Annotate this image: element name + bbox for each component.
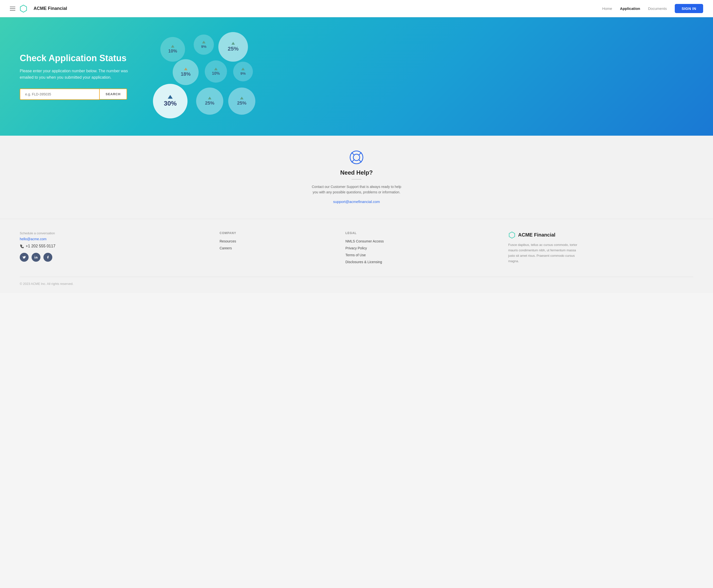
bubble-value: 25% bbox=[205, 100, 214, 106]
svg-line-4 bbox=[359, 152, 361, 155]
hero-title: Check Application Status bbox=[20, 53, 148, 63]
footer-legal-title: LEGAL bbox=[345, 231, 494, 235]
bubble-value: 25% bbox=[237, 100, 247, 106]
bubble-10-2: 10% bbox=[205, 60, 227, 83]
footer-link-nmls[interactable]: NMLS Consumer Access bbox=[345, 239, 494, 243]
footer-schedule-label: Schedule a conversation bbox=[20, 231, 205, 235]
footer-company-title: COMPANY bbox=[219, 231, 331, 235]
hero-description: Please enter your application number bel… bbox=[20, 68, 133, 80]
nav-documents[interactable]: Documents bbox=[648, 6, 667, 10]
search-input[interactable] bbox=[20, 89, 99, 99]
footer-bottom: © 2023 ACME Inc. All rights reserved. bbox=[20, 277, 693, 286]
footer-link-terms[interactable]: Terms of Use bbox=[345, 253, 494, 257]
search-row: SEARCH bbox=[20, 88, 148, 100]
hero-section: Check Application Status Please enter yo… bbox=[0, 17, 713, 136]
footer-company-col: COMPANY Resources Careers bbox=[219, 231, 331, 267]
bubble-value: 10% bbox=[168, 48, 177, 54]
bubble-25-2: 25% bbox=[196, 88, 223, 115]
footer: Schedule a conversation hello@acme.com +… bbox=[0, 219, 713, 293]
bubble-value: 9% bbox=[201, 44, 207, 48]
bubble-9-2: 9% bbox=[233, 62, 253, 81]
linkedin-icon[interactable] bbox=[32, 253, 40, 262]
hamburger-menu[interactable] bbox=[10, 7, 15, 10]
arrow-up-icon bbox=[168, 95, 173, 99]
footer-top: Schedule a conversation hello@acme.com +… bbox=[20, 231, 693, 267]
bubble-30: 30% bbox=[153, 84, 188, 119]
footer-link-disclosures[interactable]: Disclosures & Licensing bbox=[345, 260, 494, 264]
arrow-up-icon bbox=[240, 97, 244, 99]
help-description: Contact our Customer Support that is alw… bbox=[310, 184, 403, 195]
navbar: ACME Financial Home Application Document… bbox=[0, 0, 713, 17]
footer-link-resources[interactable]: Resources bbox=[219, 239, 331, 243]
facebook-icon[interactable] bbox=[43, 253, 52, 262]
svg-line-3 bbox=[352, 152, 354, 155]
bubble-value: 30% bbox=[164, 100, 177, 107]
bubble-25-1: 25% bbox=[218, 32, 248, 62]
footer-contact-email[interactable]: hello@acme.com bbox=[20, 237, 205, 241]
arrow-up-icon bbox=[214, 68, 217, 70]
arrow-up-icon bbox=[241, 68, 245, 70]
brand-name: ACME Financial bbox=[34, 6, 67, 11]
svg-line-6 bbox=[359, 160, 361, 162]
help-divider bbox=[352, 179, 361, 180]
phone-icon bbox=[20, 244, 24, 248]
bubble-10-1: 10% bbox=[160, 37, 185, 62]
signin-button[interactable]: SIGN IN bbox=[675, 4, 703, 13]
bubble-value: 10% bbox=[212, 71, 220, 76]
hero-bubbles: 10% 9% 25% 18% 10% 9% 30% 25% bbox=[148, 32, 693, 121]
svg-point-7 bbox=[35, 256, 35, 256]
help-title: Need Help? bbox=[10, 169, 703, 176]
bubble-value: 9% bbox=[240, 71, 246, 76]
footer-logo-icon bbox=[508, 231, 516, 239]
footer-brand: ACME Financial bbox=[508, 231, 693, 239]
footer-legal-col: LEGAL NMLS Consumer Access Privacy Polic… bbox=[345, 231, 494, 267]
bubble-value: 25% bbox=[228, 46, 238, 52]
arrow-up-icon bbox=[171, 45, 174, 48]
logo-icon bbox=[19, 4, 28, 13]
lifebuoy-icon bbox=[350, 150, 363, 164]
svg-line-5 bbox=[352, 160, 354, 162]
footer-phone: +1 202 555 0117 bbox=[20, 244, 205, 248]
arrow-up-icon bbox=[184, 68, 188, 70]
navbar-left: ACME Financial bbox=[10, 4, 67, 13]
bubble-value: 18% bbox=[181, 71, 190, 77]
footer-brand-col: ACME Financial Fusce dapibus, tellus ac … bbox=[508, 231, 693, 267]
footer-brand-name: ACME Financial bbox=[518, 232, 555, 238]
arrow-up-icon bbox=[231, 42, 235, 45]
copyright-text: © 2023 ACME Inc. All rights reserved. bbox=[20, 282, 74, 286]
bubble-25-3: 25% bbox=[228, 88, 255, 115]
footer-brand-desc: Fusce dapibus, tellus ac cursus commodo,… bbox=[508, 242, 577, 264]
twitter-icon[interactable] bbox=[20, 253, 28, 262]
bubble-18: 18% bbox=[173, 59, 198, 85]
help-section: Need Help? Contact our Customer Support … bbox=[0, 136, 713, 219]
navbar-right: Home Application Documents SIGN IN bbox=[602, 4, 703, 13]
footer-link-privacy[interactable]: Privacy Policy bbox=[345, 246, 494, 250]
help-email-link[interactable]: support@acmefinancial.com bbox=[333, 200, 380, 204]
search-input-wrap bbox=[20, 88, 100, 100]
arrow-up-icon bbox=[202, 41, 206, 43]
footer-link-careers[interactable]: Careers bbox=[219, 246, 331, 250]
hero-content: Check Application Status Please enter yo… bbox=[20, 53, 148, 100]
nav-application[interactable]: Application bbox=[620, 6, 640, 10]
search-button[interactable]: SEARCH bbox=[100, 88, 127, 100]
arrow-up-icon bbox=[208, 97, 211, 99]
svg-marker-8 bbox=[509, 232, 515, 238]
phone-number: +1 202 555 0117 bbox=[26, 244, 56, 248]
footer-contact-col: Schedule a conversation hello@acme.com +… bbox=[20, 231, 205, 267]
nav-home[interactable]: Home bbox=[602, 6, 612, 10]
svg-marker-0 bbox=[20, 5, 27, 12]
social-icons bbox=[20, 253, 205, 262]
bubble-9-1: 9% bbox=[194, 35, 214, 55]
